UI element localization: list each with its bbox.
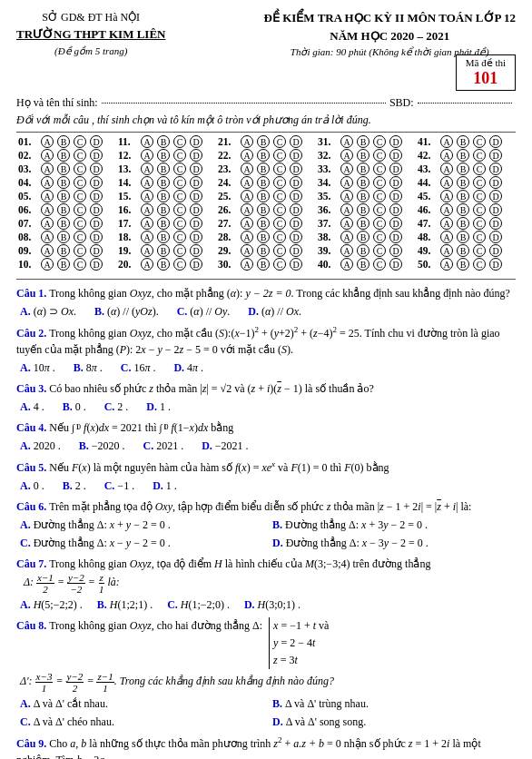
answer-circle[interactable]: A [141, 244, 153, 257]
answer-circle[interactable]: A [340, 258, 353, 271]
answer-circle[interactable]: B [357, 163, 369, 175]
answer-circle[interactable]: B [257, 258, 270, 271]
answer-circle[interactable]: C [273, 203, 286, 216]
answer-circle[interactable]: C [473, 231, 486, 243]
answer-circle[interactable]: B [157, 135, 170, 148]
answer-circle[interactable]: A [340, 163, 353, 175]
answer-circle[interactable]: A [141, 231, 153, 243]
answer-circle[interactable]: A [340, 135, 353, 148]
answer-circle[interactable]: D [389, 258, 402, 271]
answer-circle[interactable]: A [440, 203, 453, 216]
answer-circle[interactable]: B [157, 163, 170, 175]
answer-circle[interactable]: B [357, 244, 369, 257]
answer-circle[interactable]: C [273, 217, 286, 230]
answer-circle[interactable]: B [457, 135, 469, 148]
answer-circle[interactable]: A [241, 190, 253, 202]
answer-circle[interactable]: D [389, 135, 402, 148]
answer-circle[interactable]: D [389, 203, 402, 216]
answer-circle[interactable]: B [457, 244, 469, 257]
answer-circle[interactable]: C [273, 176, 286, 189]
answer-circle[interactable]: C [373, 135, 386, 148]
answer-circle[interactable]: B [457, 149, 469, 162]
answer-circle[interactable]: A [141, 149, 153, 162]
answer-circle[interactable]: D [90, 258, 103, 271]
answer-circle[interactable]: B [457, 190, 469, 202]
answer-circle[interactable]: D [489, 258, 502, 271]
answer-circle[interactable]: C [173, 163, 186, 175]
answer-circle[interactable]: B [57, 190, 70, 202]
answer-circle[interactable]: C [74, 135, 86, 148]
answer-circle[interactable]: A [340, 203, 353, 216]
answer-circle[interactable]: D [90, 231, 103, 243]
answer-circle[interactable]: B [357, 135, 369, 148]
answer-circle[interactable]: C [74, 217, 86, 230]
answer-circle[interactable]: D [90, 190, 103, 202]
answer-circle[interactable]: B [157, 190, 170, 202]
answer-circle[interactable]: B [57, 203, 70, 216]
answer-circle[interactable]: A [241, 231, 253, 243]
answer-circle[interactable]: D [389, 163, 402, 175]
answer-circle[interactable]: D [489, 135, 502, 148]
answer-circle[interactable]: A [141, 258, 153, 271]
answer-circle[interactable]: A [41, 135, 54, 148]
answer-circle[interactable]: D [190, 135, 202, 148]
answer-circle[interactable]: B [457, 217, 469, 230]
answer-circle[interactable]: C [373, 244, 386, 257]
answer-circle[interactable]: D [389, 244, 402, 257]
answer-circle[interactable]: D [90, 149, 103, 162]
answer-circle[interactable]: D [90, 244, 103, 257]
answer-circle[interactable]: B [357, 258, 369, 271]
answer-circle[interactable]: B [157, 244, 170, 257]
answer-circle[interactable]: B [357, 203, 369, 216]
answer-circle[interactable]: D [190, 176, 202, 189]
answer-circle[interactable]: D [489, 176, 502, 189]
answer-circle[interactable]: C [273, 258, 286, 271]
answer-circle[interactable]: D [489, 244, 502, 257]
answer-circle[interactable]: C [173, 244, 186, 257]
answer-circle[interactable]: D [489, 217, 502, 230]
answer-circle[interactable]: A [41, 258, 54, 271]
answer-circle[interactable]: A [141, 203, 153, 216]
answer-circle[interactable]: A [340, 231, 353, 243]
answer-circle[interactable]: D [489, 190, 502, 202]
answer-circle[interactable]: C [373, 176, 386, 189]
answer-circle[interactable]: A [141, 190, 153, 202]
answer-circle[interactable]: B [57, 149, 70, 162]
answer-circle[interactable]: B [357, 217, 369, 230]
answer-circle[interactable]: C [373, 258, 386, 271]
answer-circle[interactable]: D [389, 217, 402, 230]
answer-circle[interactable]: C [173, 217, 186, 230]
answer-circle[interactable]: D [190, 190, 202, 202]
answer-circle[interactable]: B [57, 258, 70, 271]
answer-circle[interactable]: B [457, 163, 469, 175]
answer-circle[interactable]: A [41, 163, 54, 175]
answer-circle[interactable]: B [257, 135, 270, 148]
answer-circle[interactable]: D [90, 135, 103, 148]
answer-circle[interactable]: D [290, 203, 302, 216]
answer-circle[interactable]: D [290, 176, 302, 189]
answer-circle[interactable]: A [241, 135, 253, 148]
answer-circle[interactable]: C [373, 231, 386, 243]
answer-circle[interactable]: C [173, 190, 186, 202]
answer-circle[interactable]: C [373, 203, 386, 216]
answer-circle[interactable]: D [290, 190, 302, 202]
answer-circle[interactable]: A [241, 163, 253, 175]
answer-circle[interactable]: D [389, 231, 402, 243]
answer-circle[interactable]: A [41, 149, 54, 162]
answer-circle[interactable]: A [440, 217, 453, 230]
answer-circle[interactable]: D [290, 135, 302, 148]
answer-circle[interactable]: A [340, 217, 353, 230]
answer-circle[interactable]: D [90, 163, 103, 175]
answer-circle[interactable]: C [473, 190, 486, 202]
answer-circle[interactable]: D [190, 163, 202, 175]
answer-circle[interactable]: C [273, 231, 286, 243]
answer-circle[interactable]: B [257, 163, 270, 175]
answer-circle[interactable]: B [457, 258, 469, 271]
answer-circle[interactable]: C [173, 149, 186, 162]
answer-circle[interactable]: B [357, 190, 369, 202]
answer-circle[interactable]: B [457, 231, 469, 243]
answer-circle[interactable]: D [190, 244, 202, 257]
answer-circle[interactable]: C [74, 258, 86, 271]
answer-circle[interactable]: D [290, 217, 302, 230]
answer-circle[interactable]: A [141, 217, 153, 230]
